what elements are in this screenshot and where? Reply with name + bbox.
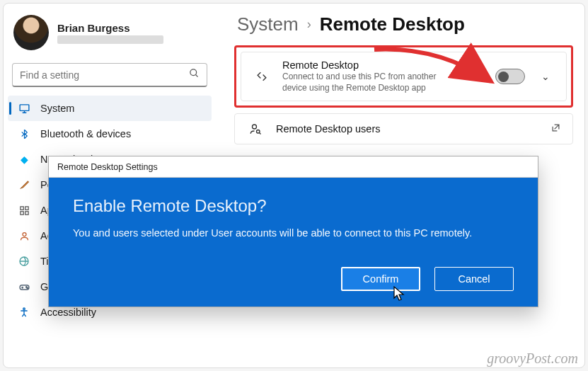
svg-point-0 bbox=[190, 69, 197, 76]
chevron-down-icon[interactable]: ⌄ bbox=[536, 71, 555, 82]
dialog-message: You and users selected under User accoun… bbox=[73, 227, 514, 239]
clock-globe-icon bbox=[18, 255, 30, 268]
gamepad-icon bbox=[18, 280, 30, 293]
breadcrumb-parent[interactable]: System bbox=[237, 13, 299, 35]
confirm-button[interactable]: Confirm bbox=[341, 267, 420, 291]
person-search-icon bbox=[246, 122, 265, 135]
remote-desktop-card[interactable]: Remote Desktop Connect to and use this P… bbox=[241, 52, 567, 101]
user-account-row[interactable]: Brian Burgess bbox=[8, 11, 212, 57]
svg-rect-6 bbox=[25, 206, 28, 209]
card-description: Connect to and use this PC from another … bbox=[282, 71, 438, 93]
remote-arrows-icon bbox=[253, 69, 271, 84]
remote-desktop-users-card[interactable]: Remote Desktop users bbox=[234, 113, 573, 144]
confirm-dialog: Remote Desktop Settings Enable Remote De… bbox=[48, 156, 538, 307]
breadcrumb: System › Remote Desktop bbox=[234, 11, 573, 45]
svg-point-9 bbox=[23, 232, 26, 236]
svg-rect-5 bbox=[20, 206, 23, 209]
card-title: Remote Desktop bbox=[282, 59, 465, 71]
monitor-icon bbox=[18, 102, 30, 115]
sidebar-item-label: System bbox=[40, 103, 74, 114]
avatar bbox=[13, 15, 49, 50]
svg-point-18 bbox=[257, 130, 260, 134]
svg-point-16 bbox=[23, 308, 25, 310]
diamond-icon: ◆ bbox=[18, 153, 30, 166]
svg-line-1 bbox=[195, 74, 197, 76]
card-title: Remote Desktop users bbox=[276, 123, 539, 135]
sidebar-item-label: Accessibility bbox=[40, 307, 96, 318]
sidebar-item-system[interactable]: System bbox=[8, 96, 212, 121]
cancel-button[interactable]: Cancel bbox=[434, 267, 514, 291]
search-box[interactable] bbox=[12, 63, 207, 87]
dialog-titlebar: Remote Desktop Settings bbox=[49, 156, 538, 178]
brush-icon bbox=[18, 178, 30, 191]
search-icon bbox=[189, 68, 200, 81]
svg-rect-8 bbox=[25, 211, 28, 214]
apps-icon bbox=[18, 204, 30, 217]
chevron-right-icon: › bbox=[307, 17, 311, 32]
search-input[interactable] bbox=[20, 69, 189, 81]
remote-desktop-toggle[interactable] bbox=[495, 69, 525, 84]
svg-line-19 bbox=[260, 133, 261, 135]
sidebar-item-label: Bluetooth & devices bbox=[40, 128, 131, 139]
user-name: Brian Burgess bbox=[57, 22, 163, 34]
accessibility-icon bbox=[18, 306, 30, 319]
annotation-highlight-box: Remote Desktop Connect to and use this P… bbox=[234, 45, 573, 108]
dialog-heading: Enable Remote Desktop? bbox=[73, 196, 514, 216]
bluetooth-icon bbox=[18, 127, 30, 140]
person-icon bbox=[18, 229, 30, 242]
watermark: groovyPost.com bbox=[487, 350, 578, 367]
toggle-state-label: Off bbox=[476, 72, 488, 82]
open-external-icon bbox=[550, 122, 561, 135]
breadcrumb-current: Remote Desktop bbox=[320, 13, 465, 35]
svg-rect-7 bbox=[20, 211, 23, 214]
svg-point-15 bbox=[27, 287, 28, 288]
content-pane: System › Remote Desktop Remote Desktop C… bbox=[223, 4, 584, 152]
svg-rect-2 bbox=[20, 104, 29, 110]
sidebar-item-bluetooth[interactable]: Bluetooth & devices bbox=[8, 121, 212, 147]
user-email-placeholder bbox=[57, 35, 163, 44]
svg-point-17 bbox=[253, 125, 257, 129]
